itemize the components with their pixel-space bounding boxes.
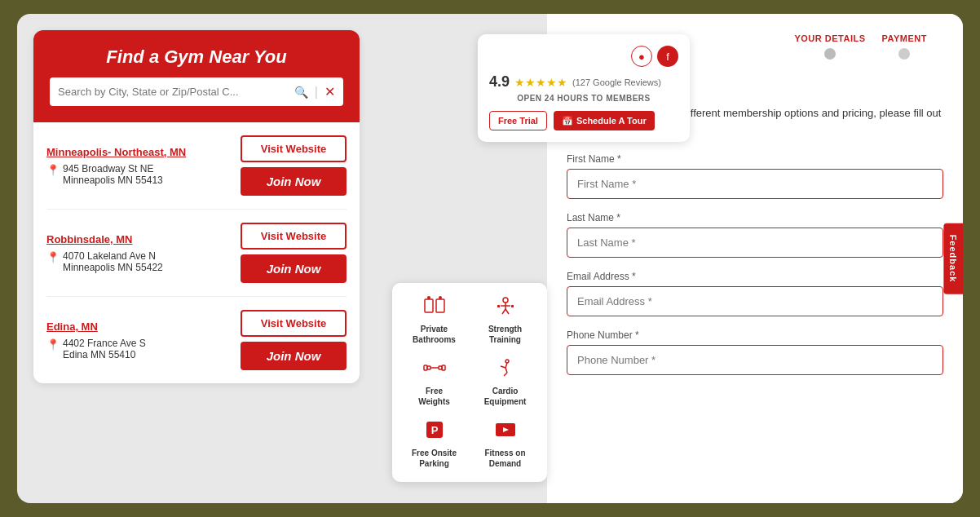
- search-input[interactable]: [58, 86, 289, 98]
- svg-point-2: [427, 296, 430, 299]
- pin-icon-2: 📍: [46, 338, 60, 351]
- first-name-input[interactable]: [567, 169, 943, 199]
- gym-address-1: 📍 4070 Lakeland Ave N Minneapolis MN 554…: [46, 250, 163, 273]
- email-field: Email Address *: [567, 271, 943, 316]
- svg-rect-12: [427, 366, 430, 369]
- svg-point-3: [439, 296, 442, 299]
- address-line1-0: 945 Broadway St NE: [63, 163, 163, 175]
- gym-name-0[interactable]: Minneapolis- Northeast, MN: [46, 146, 186, 158]
- last-name-label: Last Name *: [567, 212, 943, 223]
- gym-buttons-2: Visit Website Join Now: [241, 310, 347, 370]
- join-now-button-1[interactable]: Join Now: [241, 254, 347, 283]
- step-payment: PAYMENT: [882, 33, 927, 60]
- svg-line-18: [501, 366, 505, 368]
- calendar-icon: 📅: [562, 116, 573, 126]
- gym-info-2: Edina, MN 📍 4402 France Ave S Edina MN 5…: [46, 320, 146, 360]
- open-status: OPEN 24 HOURS TO MEMBERS: [489, 94, 678, 103]
- amenities-card: PrivateBathrooms StrengthTraining: [392, 283, 547, 482]
- clear-icon[interactable]: ✕: [324, 84, 335, 99]
- strength-training-label: StrengthTraining: [476, 324, 534, 345]
- join-now-button-0[interactable]: Join Now: [241, 167, 347, 196]
- fitness-demand-icon: [476, 420, 534, 444]
- search-box: 🔍 | ✕: [50, 77, 343, 106]
- gym-list: Minneapolis- Northeast, MN 📍 945 Broadwa…: [33, 122, 360, 383]
- gym-info-1: Robbinsdale, MN 📍 4070 Lakeland Ave N Mi…: [46, 233, 163, 273]
- gym-buttons-0: Visit Website Join Now: [241, 135, 347, 196]
- rating-number: 4.9: [489, 73, 510, 91]
- svg-rect-1: [436, 299, 444, 312]
- facebook-icon[interactable]: f: [657, 46, 678, 67]
- free-weights-icon: [405, 358, 463, 382]
- first-name-label: First Name *: [567, 153, 943, 165]
- address-line2-2: Edina MN 55410: [63, 349, 146, 360]
- amenity-free-weights: FreeWeights: [405, 358, 463, 407]
- amenities-grid: PrivateBathrooms StrengthTraining: [405, 296, 534, 469]
- pin-icon-0: 📍: [46, 164, 60, 176]
- strength-training-icon: [476, 296, 534, 320]
- last-name-input[interactable]: [567, 228, 943, 258]
- free-trial-button[interactable]: Free Trial: [489, 111, 547, 130]
- visit-website-button-0[interactable]: Visit Website: [241, 135, 347, 162]
- gym-item-0: Minneapolis- Northeast, MN 📍 945 Broadwa…: [46, 122, 347, 210]
- free-parking-icon: P: [405, 420, 463, 444]
- step-payment-label: PAYMENT: [882, 33, 927, 43]
- amenity-cardio-equipment: CardioEquipment: [476, 358, 534, 407]
- visit-website-button-2[interactable]: Visit Website: [241, 310, 347, 337]
- step-dot-1: [824, 48, 836, 60]
- cardio-equipment-label: CardioEquipment: [476, 386, 534, 407]
- svg-line-19: [505, 368, 507, 373]
- stars: ★★★★★: [514, 76, 567, 89]
- gym-name-2[interactable]: Edina, MN: [46, 320, 146, 333]
- svg-rect-0: [425, 299, 433, 312]
- gym-item-1: Robbinsdale, MN 📍 4070 Lakeland Ave N Mi…: [46, 210, 347, 297]
- search-icon: 🔍: [294, 86, 308, 99]
- amenity-free-parking: P Free OnsiteParking: [405, 420, 463, 469]
- gym-name-1[interactable]: Robbinsdale, MN: [46, 233, 163, 245]
- svg-rect-10: [511, 305, 514, 307]
- amenity-fitness-demand: Fitness onDemand: [476, 420, 534, 469]
- fitness-demand-label: Fitness onDemand: [476, 448, 534, 469]
- visit-website-button-1[interactable]: Visit Website: [241, 223, 347, 250]
- address-line1-1: 4070 Lakeland Ave N: [63, 250, 163, 262]
- phone-label: Phone Number *: [567, 329, 943, 341]
- svg-line-7: [502, 309, 505, 314]
- main-container: Find a Gym Near You 🔍 | ✕ Minneapolis- N…: [17, 14, 963, 503]
- gym-item-2: Edina, MN 📍 4402 France Ave S Edina MN 5…: [46, 297, 347, 383]
- private-bathrooms-icon: [405, 296, 463, 320]
- last-name-field: Last Name *: [567, 212, 943, 258]
- left-panel: Find a Gym Near You 🔍 | ✕ Minneapolis- N…: [17, 14, 376, 503]
- phone-input[interactable]: [567, 345, 943, 375]
- step-your-details: YOUR DETAILS: [794, 33, 865, 60]
- svg-point-4: [503, 298, 508, 303]
- gym-finder-card: Find a Gym Near You 🔍 | ✕ Minneapolis- N…: [33, 30, 360, 383]
- gym-info-0: Minneapolis- Northeast, MN 📍 945 Broadwa…: [46, 146, 186, 186]
- svg-line-20: [504, 373, 507, 376]
- private-bathrooms-label: PrivateBathrooms: [405, 324, 463, 345]
- first-name-field: First Name *: [567, 153, 943, 199]
- schedule-tour-button[interactable]: 📅 Schedule A Tour: [554, 111, 655, 130]
- svg-point-16: [505, 360, 509, 363]
- phone-field: Phone Number *: [567, 329, 943, 375]
- step-your-details-label: YOUR DETAILS: [794, 33, 865, 43]
- gym-finder-header: Find a Gym Near You 🔍 | ✕: [33, 30, 360, 122]
- svg-line-17: [505, 363, 507, 368]
- email-input[interactable]: [567, 286, 943, 316]
- rating-row: 4.9 ★★★★★ (127 Google Reviews): [489, 73, 678, 91]
- gym-address-2: 📍 4402 France Ave S Edina MN 55410: [46, 338, 146, 360]
- gym-detail-social: ● f: [489, 46, 678, 67]
- gym-detail-card: ● f 4.9 ★★★★★ (127 Google Reviews) OPEN …: [478, 34, 690, 142]
- svg-line-8: [505, 309, 509, 314]
- detail-buttons: Free Trial 📅 Schedule A Tour: [489, 111, 678, 130]
- cardio-equipment-icon: [476, 358, 534, 382]
- join-now-button-2[interactable]: Join Now: [241, 342, 347, 370]
- step-dot-2: [898, 48, 910, 60]
- svg-rect-15: [442, 365, 445, 370]
- pin-icon-1: 📍: [46, 251, 60, 263]
- address-line1-2: 4402 France Ave S: [63, 338, 146, 349]
- free-weights-label: FreeWeights: [405, 386, 463, 407]
- gym-buttons-1: Visit Website Join Now: [241, 223, 347, 283]
- feedback-tab[interactable]: Feedback: [944, 223, 963, 294]
- gym-finder-title: Find a Gym Near You: [50, 46, 343, 68]
- free-parking-label: Free OnsiteParking: [405, 448, 463, 469]
- instagram-icon[interactable]: ●: [631, 46, 652, 67]
